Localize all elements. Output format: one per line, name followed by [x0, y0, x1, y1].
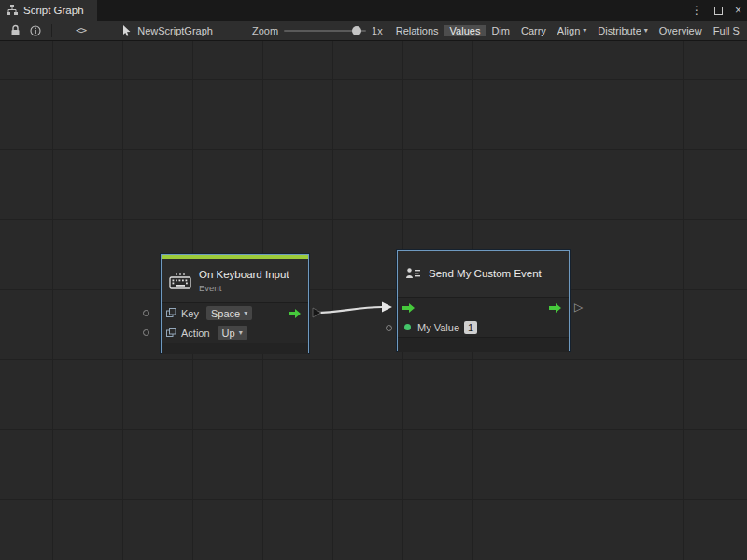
external-port-action[interactable]	[143, 329, 149, 336]
script-graph-window: { "glyphs": { "caret": "▾", "menu_dots":…	[0, 0, 747, 560]
node-body: My Value 1	[398, 298, 569, 337]
distribute-dropdown-button[interactable]: Distribute ▾	[592, 25, 653, 36]
script-graph-icon	[7, 5, 18, 16]
port-label: Key	[181, 308, 199, 319]
values-button[interactable]: Values	[444, 25, 486, 36]
key-dropdown[interactable]: Space ▾	[206, 306, 252, 320]
external-flow-port[interactable]: ▷	[574, 301, 583, 313]
port-label: My Value	[417, 322, 459, 333]
fullscreen-button[interactable]: Full S	[708, 25, 745, 36]
graph-name-label: NewScriptGraph	[137, 25, 213, 36]
zoom-slider-handle[interactable]	[352, 26, 361, 35]
port-row-action: Action Up ▾	[162, 323, 308, 343]
dim-button[interactable]: Dim	[486, 25, 515, 36]
keyboard-icon	[169, 273, 191, 289]
zoom-label: Zoom	[252, 25, 278, 36]
lock-icon	[10, 24, 21, 36]
node-header[interactable]: On Keyboard Input Event	[162, 259, 308, 303]
info-button[interactable]	[25, 21, 46, 41]
node-send-my-custom-event[interactable]: Send My Custom Event My Value 1	[397, 250, 570, 351]
zoom-slider[interactable]	[284, 30, 366, 32]
value-input-port[interactable]	[404, 324, 411, 330]
carry-button[interactable]: Carry	[515, 25, 552, 36]
connection-wire	[0, 41, 747, 560]
overview-button[interactable]: Overview	[654, 25, 708, 36]
port-row-key: Key Space ▾	[162, 303, 308, 323]
pointer-icon	[122, 25, 132, 36]
flow-port-row	[398, 298, 569, 317]
lock-button[interactable]	[6, 21, 25, 41]
action-dropdown[interactable]: Up ▾	[218, 326, 247, 340]
variable-icon	[166, 328, 176, 338]
graph-canvas[interactable]: On Keyboard Input Event Key Space ▾	[0, 41, 747, 560]
window-controls: ⋮ ×	[691, 0, 741, 21]
port-row-my-value: My Value 1	[398, 317, 569, 337]
node-footer	[398, 337, 569, 352]
chevron-down-icon: ▾	[583, 26, 586, 35]
chevron-down-icon: ▾	[239, 329, 243, 337]
flow-input-port[interactable]	[402, 302, 416, 314]
tab-title: Script Graph	[23, 5, 84, 16]
external-port-my-value[interactable]	[386, 325, 392, 331]
tab-script-graph[interactable]: Script Graph	[0, 0, 97, 21]
close-button[interactable]: ×	[735, 0, 741, 21]
relations-button[interactable]: Relations	[390, 25, 444, 36]
chevron-down-icon: ▾	[644, 26, 648, 35]
node-title: Send My Custom Event	[429, 268, 542, 280]
custom-event-icon	[405, 267, 421, 281]
toolbar: <> NewScriptGraph Zoom 1x Relations Valu…	[0, 21, 747, 41]
node-body: Key Space ▾ Action Up	[162, 303, 308, 343]
toolbar-separator	[51, 24, 52, 37]
toolbar-buttons: Relations Values Dim Carry Align ▾ Distr…	[390, 25, 745, 36]
zoom-value: 1x	[372, 25, 383, 36]
align-dropdown-button[interactable]: Align ▾	[552, 25, 592, 36]
chevron-down-icon: ▾	[244, 309, 247, 317]
variable-icon	[166, 308, 176, 318]
my-value-input[interactable]: 1	[464, 321, 477, 334]
node-subtitle: Event	[199, 283, 289, 293]
edit-graph-button[interactable]: <>	[71, 21, 91, 41]
maximize-button[interactable]	[714, 7, 723, 15]
node-titles: On Keyboard Input Event	[199, 269, 289, 293]
tab-bar: Script Graph ⋮ ×	[0, 0, 747, 21]
flow-output-port[interactable]	[289, 308, 302, 319]
menu-button[interactable]: ⋮	[691, 0, 702, 21]
external-port-key[interactable]	[143, 310, 149, 316]
info-icon	[30, 25, 41, 36]
code-icon: <>	[76, 24, 86, 36]
flow-output-port[interactable]	[549, 302, 562, 314]
node-on-keyboard-input[interactable]: On Keyboard Input Event Key Space ▾	[161, 254, 309, 353]
zoom-control: Zoom 1x	[252, 25, 383, 36]
node-footer	[162, 343, 308, 354]
port-label: Action	[181, 328, 210, 339]
node-title: On Keyboard Input	[199, 269, 289, 281]
graph-breadcrumb[interactable]: NewScriptGraph	[122, 25, 213, 36]
node-header[interactable]: Send My Custom Event	[398, 251, 569, 298]
